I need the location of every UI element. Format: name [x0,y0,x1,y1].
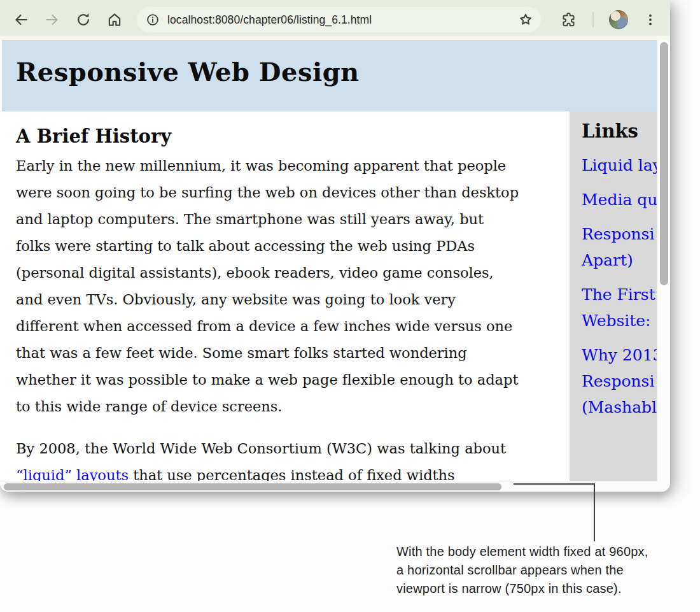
paragraph-line: folks were starting to talk about access… [16,232,564,259]
sidebar-link-line: The First [582,281,657,308]
horizontal-scrollbar-track[interactable] [0,481,657,492]
page-header-banner: Responsive Web Design [2,40,657,111]
annotation-line: viewport is narrow (750px in this case). [396,580,664,598]
sidebar-link[interactable]: The FirstWebsite: [582,281,657,334]
links-sidebar: Links Liquid layMedia quResponsiApart)Th… [570,111,657,481]
paragraph-line: and laptop computers. The smartphone was… [16,206,564,232]
article-heading: A Brief History [16,125,564,147]
vertical-scrollbar-track[interactable] [657,40,670,481]
paragraph-line: whether it was possible to make a web pa… [16,366,564,393]
forward-button[interactable] [43,11,61,29]
scrollbar-corner [657,481,670,492]
article-column: A Brief History Early in the new millenn… [16,111,564,481]
callout-line-vertical [594,483,595,541]
annotation-line: a horizontal scrollbar appears when the [396,561,664,580]
sidebar-link-list: Liquid layMedia quResponsiApart)The Firs… [582,152,657,420]
profile-avatar[interactable] [609,10,628,29]
back-icon [13,11,29,28]
paragraph-line: different when accessed from a device a … [16,313,564,339]
figure-annotation: With the body element width fixed at 960… [396,543,664,598]
sidebar-link-line: Liquid lay [582,152,657,178]
liquid-layouts-link[interactable]: “liquid” layouts [16,467,129,481]
site-info-icon[interactable] [146,13,160,27]
sidebar-link[interactable]: Media qu [582,187,657,213]
url-text: localhost:8080/chapter06/listing_6.1.htm… [167,13,518,27]
sidebar-link-line: Media qu [582,187,657,213]
vertical-scrollbar-thumb[interactable] [660,42,668,285]
browser-toolbar: localhost:8080/chapter06/listing_6.1.htm… [0,0,670,40]
sidebar-link-line: Apart) [582,247,657,273]
sidebar-heading: Links [582,120,657,142]
reload-icon [75,11,92,28]
paragraph-line: By 2008, the World Wide Web Consortium (… [16,435,564,462]
callout-line-horizontal [514,483,595,485]
toolbar-separator [592,12,594,27]
horizontal-scrollbar-thumb[interactable] [4,483,501,490]
article-paragraph-2: By 2008, the World Wide Web Consortium (… [16,435,564,481]
paragraph-line: and even TVs. Obviously, any website was… [16,286,564,313]
screenshot-root: localhost:8080/chapter06/listing_6.1.htm… [0,0,700,612]
paragraph-line: Early in the new millennium, it was beco… [16,152,564,179]
three-dots-icon [643,12,658,27]
sidebar-link-line: Website: [582,308,657,334]
sidebar-link[interactable]: ResponsiApart) [582,221,657,273]
sidebar-link-line: (Mashabl [582,394,657,420]
extensions-puzzle-icon [561,11,577,28]
extensions-button[interactable] [560,11,578,29]
address-bar[interactable]: localhost:8080/chapter06/listing_6.1.htm… [137,7,541,32]
page-viewport: Responsive Web Design A Brief History Ea… [0,40,670,492]
home-icon [106,11,123,28]
forward-icon [44,11,60,28]
sidebar-link-line: Responsi [582,221,657,247]
browser-window: localhost:8080/chapter06/listing_6.1.htm… [0,0,670,492]
paragraph-line: that was a few feet wide. Some smart fol… [16,339,564,366]
sidebar-link[interactable]: Why 2013Responsi(Mashabl [582,342,657,420]
browser-menu-button[interactable] [641,11,659,29]
paragraph-line: to this wide range of device screens. [16,393,564,420]
paragraph-line: (personal digital assistants), ebook rea… [16,259,564,286]
sidebar-link-line: Responsi [582,368,657,394]
sidebar-link-line: Why 2013 [582,342,657,368]
reload-button[interactable] [74,11,92,29]
paragraph-line: were soon going to be surfing the web on… [16,179,564,206]
annotation-line: With the body element width fixed at 960… [396,543,664,561]
back-button[interactable] [12,11,30,29]
bookmark-star-icon[interactable] [518,12,533,27]
article-paragraph-1: Early in the new millennium, it was beco… [16,152,564,420]
sidebar-link[interactable]: Liquid lay [582,152,657,178]
page-title: Responsive Web Design [2,40,657,87]
paragraph-text: that use percentages instead of fixed wi… [129,467,455,481]
home-button[interactable] [106,11,123,29]
page-content: Responsive Web Design A Brief History Ea… [0,40,657,481]
paragraph-line: “liquid” layouts that use percentages in… [16,462,564,481]
